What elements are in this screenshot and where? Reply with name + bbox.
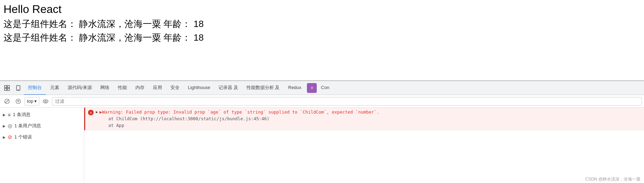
sidebar-item-user-messages[interactable]: ▶ ◎ 1 条用户消息 [0,120,84,131]
tab-memory[interactable]: 内存 [131,81,149,95]
tab-security[interactable]: 安全 [166,81,184,95]
tab-recorder[interactable]: 记录器 及 [214,81,242,95]
user-icon: ◎ [8,123,12,129]
console-sidebar: ▶ ≡ 1 条消息 ▶ ◎ 1 条用户消息 ▶ ⊘ 1 个错误 [0,108,84,183]
user-messages-expand-arrow: ▶ [3,124,6,128]
filter-button[interactable] [13,96,23,106]
svg-rect-2 [5,88,7,90]
errors-count-label: 1 个错误 [14,134,32,140]
sidebar-item-errors[interactable]: ▶ ⊘ 1 个错误 [0,131,84,143]
console-filter-input[interactable] [52,97,642,106]
tab-performance-insights[interactable]: 性能数据分析 及 [242,81,284,95]
console-error-row: ✕ ▶ ▶Warning: Failed prop type: Invalid … [84,108,644,130]
tab-console[interactable]: 控制台 [24,81,46,95]
device-icon[interactable] [13,82,24,94]
user-messages-count-label: 1 条用户消息 [14,123,41,129]
console-area: ▶ ≡ 1 条消息 ▶ ◎ 1 条用户消息 ▶ ⊘ 1 个错误 ✕ ▶ [0,108,644,183]
tab-performance[interactable]: 性能 [114,81,131,95]
svg-rect-1 [7,86,9,88]
page-title: Hello React [4,3,640,16]
sidebar-item-messages[interactable]: ▶ ≡ 1 条消息 [0,109,84,120]
watermark: CSDN @静水流深，沧海一粟 [585,176,640,182]
console-toolbar: top ▾ [0,95,644,108]
components-icon[interactable]: ⚛ [307,83,317,93]
tab-network[interactable]: 网络 [96,81,114,95]
eye-button[interactable] [41,96,51,106]
console-output: ✕ ▶ ▶Warning: Failed prop type: Invalid … [84,108,644,183]
svg-rect-3 [7,88,9,90]
error-main-text: ▶Warning: Failed prop type: Invalid prop… [100,109,380,116]
svg-line-7 [5,100,9,103]
clear-console-button[interactable] [2,96,12,106]
main-content-area: Hello React 这是子组件姓名： 静水流深，沧海一粟 年龄： 18 这是… [0,0,644,81]
component-line-1: 这是子组件姓名： 静水流深，沧海一粟 年龄： 18 [4,18,640,30]
messages-expand-arrow: ▶ [3,113,6,117]
tab-elements[interactable]: 元素 [46,81,63,95]
messages-count-label: 1 条消息 [13,111,31,118]
svg-point-12 [43,100,48,103]
tab-components[interactable]: Con [317,81,334,95]
error-expand-arrow[interactable]: ▶ [96,110,98,114]
svg-rect-0 [5,86,7,88]
tab-lighthouse[interactable]: Lighthouse [184,81,215,95]
context-selector[interactable]: top ▾ [25,97,39,106]
error-icon: ✕ [88,110,94,115]
error-at-childcom: at ChildCom (http://localhost:3000/stati… [108,116,379,122]
svg-point-13 [45,100,47,102]
component-line-2: 这是子组件姓名： 静水流深，沧海一粟 年龄： 18 [4,32,640,44]
devtools-tab-bar: 控制台 元素 源代码/来源 网络 性能 内存 应用 安全 Lighthouse … [0,81,644,95]
devtools-panel: 控制台 元素 源代码/来源 网络 性能 内存 应用 安全 Lighthouse … [0,81,644,183]
inspect-icon[interactable] [1,82,13,94]
tab-redux[interactable]: Redux [284,81,306,95]
context-selector-label: top [27,99,33,104]
errors-expand-arrow: ▶ [3,135,6,139]
bundle-link[interactable]: http://localhost:3000/static/js/bundle.j… [143,116,267,121]
messages-list-icon: ≡ [8,112,11,118]
error-at-app: at App [108,122,379,129]
tab-sources[interactable]: 源代码/来源 [63,81,96,95]
chevron-down-icon: ▾ [34,99,37,104]
error-circle-icon: ⊘ [8,134,12,140]
tab-application[interactable]: 应用 [149,81,166,95]
